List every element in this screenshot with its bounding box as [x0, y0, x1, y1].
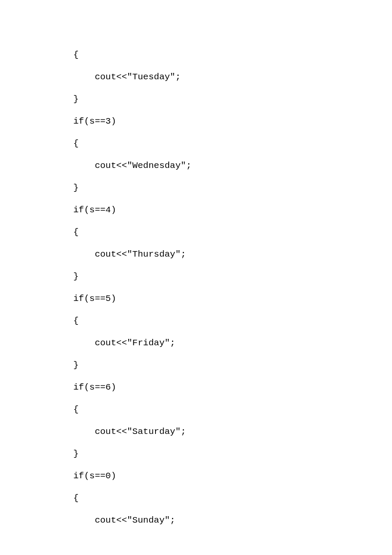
code-line: {	[73, 404, 392, 426]
code-line: cout<<"Tuesday";	[73, 72, 392, 94]
code-line: {	[73, 493, 392, 515]
code-line: cout<<"Sunday";	[73, 515, 392, 537]
code-line: {	[73, 227, 392, 249]
code-line: }	[73, 271, 392, 293]
code-line: if(s==6)	[73, 382, 392, 404]
code-line: if(s==5)	[73, 293, 392, 315]
code-line: cout<<"Wednesday";	[73, 160, 392, 182]
code-line: if(s==0)	[73, 471, 392, 493]
code-line: cout<<"Saturday";	[73, 426, 392, 448]
code-line: {	[73, 49, 392, 72]
code-line: {	[73, 138, 392, 160]
code-line: }	[73, 448, 392, 471]
code-line: }	[73, 182, 392, 205]
code-line: cout<<"Friday";	[73, 338, 392, 360]
code-line: if(s==4)	[73, 205, 392, 227]
code-line: if(s==3)	[73, 116, 392, 138]
code-line: }	[73, 94, 392, 116]
code-line: {	[73, 315, 392, 338]
code-content: { cout<<"Tuesday"; } if(s==3) { cout<<"W…	[73, 49, 392, 537]
code-line: cout<<"Thursday";	[73, 249, 392, 271]
code-line: }	[73, 360, 392, 382]
